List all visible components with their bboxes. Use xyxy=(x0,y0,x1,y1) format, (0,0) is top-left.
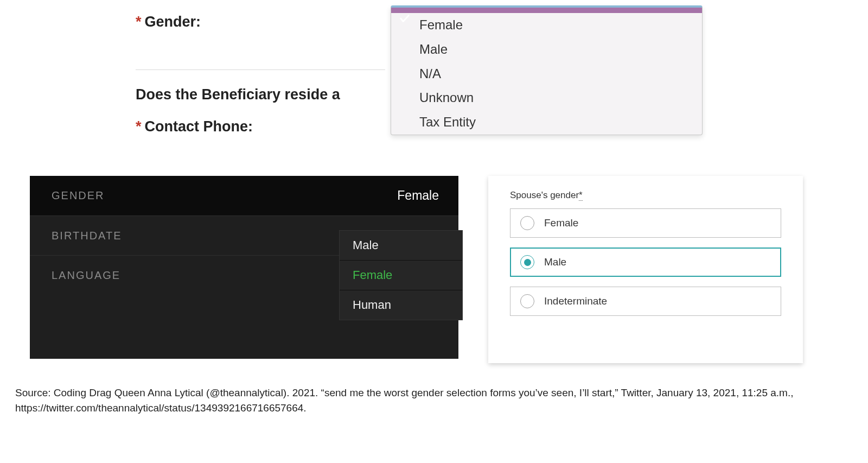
caption-line-2: https://twitter.com/theannalytical/statu… xyxy=(15,401,846,416)
required-marker: * xyxy=(136,118,142,135)
gender-option-blank[interactable] xyxy=(391,8,702,13)
spouse-gender-panel: Spouse's gender* Female Male Indetermina… xyxy=(488,176,803,363)
radio-icon xyxy=(520,255,534,269)
settings-row-gender[interactable]: GENDER Female xyxy=(30,176,458,215)
gender-dropdown-dark[interactable]: Male Female Human xyxy=(339,230,463,320)
dark-option-female[interactable]: Female xyxy=(340,261,462,290)
contact-phone-label: Contact Phone: xyxy=(145,118,253,135)
dark-option-label: Female xyxy=(353,268,392,282)
gender-option-label: Unknown xyxy=(419,90,474,105)
spouse-option-label: Male xyxy=(544,256,566,268)
caption-line-1: Source: Coding Drag Queen Anna Lytical (… xyxy=(15,385,846,401)
spouse-gender-label-text: Spouse's gender xyxy=(510,190,579,200)
gender-option-male[interactable]: Male xyxy=(391,37,702,62)
dark-option-male[interactable]: Male xyxy=(340,231,462,260)
gender-dropdown-popup[interactable]: Female Male N/A Unknown Tax Entity xyxy=(391,5,703,135)
gender-option-label: Male xyxy=(419,42,448,56)
settings-row-value: Female xyxy=(397,188,439,203)
divider xyxy=(136,69,385,70)
dark-option-human[interactable]: Human xyxy=(340,290,462,320)
dark-option-label: Male xyxy=(353,238,379,252)
spouse-option-label: Female xyxy=(544,217,578,229)
dark-settings-panel: GENDER Female BIRTHDATE LANGUAGE Male Fe… xyxy=(30,176,458,359)
source-caption: Source: Coding Drag Queen Anna Lytical (… xyxy=(15,385,846,415)
gender-option-unknown[interactable]: Unknown xyxy=(391,86,702,110)
gender-option-na[interactable]: N/A xyxy=(391,62,702,86)
settings-row-label: BIRTHDATE xyxy=(52,230,122,242)
spouse-option-female[interactable]: Female xyxy=(510,208,781,238)
gender-label: Gender: xyxy=(145,14,201,30)
dark-option-label: Human xyxy=(353,298,391,312)
gender-option-tax-entity[interactable]: Tax Entity xyxy=(391,110,702,135)
gender-option-female[interactable]: Female xyxy=(391,13,702,37)
gender-option-label: N/A xyxy=(419,66,441,81)
spouse-gender-label: Spouse's gender* xyxy=(510,190,781,201)
radio-icon xyxy=(520,294,534,308)
settings-row-label: LANGUAGE xyxy=(52,269,120,282)
spouse-option-male[interactable]: Male xyxy=(510,248,781,277)
required-asterisk: * xyxy=(579,190,583,201)
required-marker: * xyxy=(136,14,142,30)
spouse-option-label: Indeterminate xyxy=(544,295,607,307)
settings-row-label: GENDER xyxy=(52,189,105,202)
radio-icon xyxy=(520,216,534,230)
gender-option-label: Tax Entity xyxy=(419,115,476,129)
gender-option-label: Female xyxy=(419,17,463,32)
spouse-option-indeterminate[interactable]: Indeterminate xyxy=(510,287,781,316)
